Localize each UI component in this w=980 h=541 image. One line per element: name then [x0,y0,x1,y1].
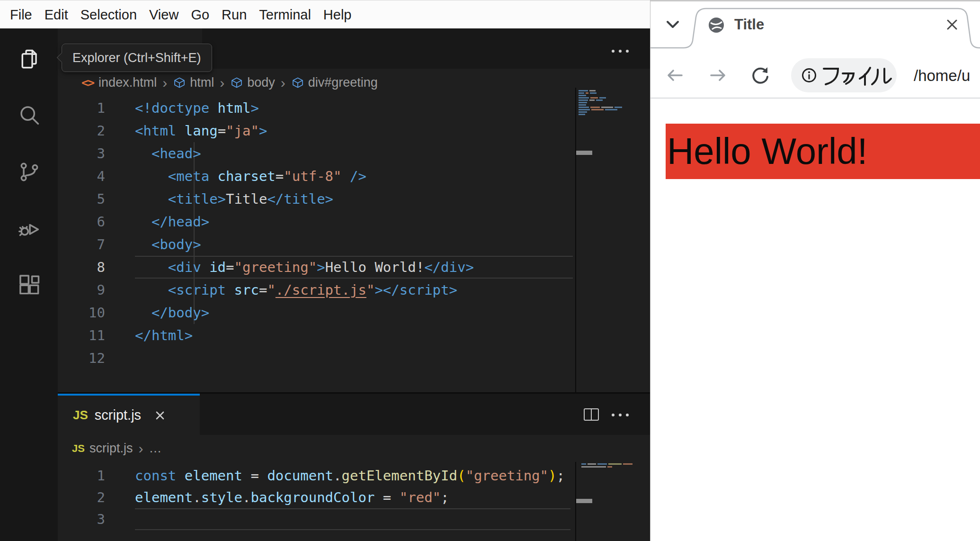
minimap-line [579,102,587,103]
scrollbar-thumb[interactable] [576,151,592,155]
code-token: . [242,489,250,505]
code-text: element.style.backgroundColor = "red"; [135,487,449,508]
extensions-icon[interactable] [17,272,42,297]
editor-actions-more-icon[interactable] [612,414,629,416]
editor-script-js[interactable]: 1const element = document.getElementById… [58,28,575,541]
globe-favicon [707,16,725,34]
code-token: backgroundColor [250,489,374,505]
browser-window: Title ファイル [650,0,980,541]
file-chip-label: ファイル [791,58,792,59]
line-number: 2 [58,487,105,508]
minimap-line [579,92,597,94]
code-line[interactable]: 1const element = document.getElementById… [58,465,575,487]
activity-bar [0,28,58,541]
scrollbar-thumb[interactable] [576,499,592,503]
minimap-line [581,466,612,468]
menu-run[interactable]: Run [215,0,253,29]
info-icon[interactable] [801,67,817,83]
menu-terminal[interactable]: Terminal [253,0,317,29]
editor-actions-more-icon[interactable] [612,50,629,53]
menu-help[interactable]: Help [317,0,358,29]
minimap-line [579,114,585,115]
source-control-icon[interactable] [17,160,42,184]
minimap-line [579,104,586,106]
minimap-line [579,107,622,108]
tooltip-text: Explorer (Ctrl+Shift+E) [72,51,201,65]
code-token: getElementById [342,468,457,484]
code-token: element [176,468,250,484]
code-token: const [135,468,176,484]
minimap-line [579,95,586,96]
menu-file[interactable]: File [4,0,38,29]
code-line[interactable]: 3 [58,508,575,530]
screen: File Edit Selection View Go Run Terminal… [0,0,980,541]
minimap-line [579,109,617,110]
code-line[interactable]: 2element.style.backgroundColor = "red"; [58,487,575,508]
vscode-menu-bar: File Edit Selection View Go Run Terminal… [0,0,650,28]
code-token: ( [457,468,465,484]
minimap-line [579,97,606,99]
explorer-tooltip: Explorer (Ctrl+Shift+E) [62,44,212,72]
browser-viewport: Hello World! [650,99,980,541]
scrollbar-track [575,88,576,392]
split-editor-icon[interactable] [583,407,600,422]
line-number: 1 [58,465,105,487]
minimap-line [579,99,603,101]
code-token: ) [548,468,556,484]
code-token: "greeting" [465,468,548,484]
current-line-highlight [135,508,570,530]
code-token: ; [441,489,449,505]
address-url[interactable]: /home/u [914,67,970,85]
code-token: = [374,489,399,505]
greeting-text: Hello World! [667,130,867,173]
reload-icon[interactable] [749,65,770,86]
code-token: ; [557,468,565,484]
search-icon[interactable] [17,103,42,128]
minimap-line [579,111,587,113]
code-text: const element = document.getElementById(… [135,465,565,487]
forward-icon[interactable] [707,65,728,86]
explorer-icon[interactable] [17,47,42,72]
menu-view[interactable]: View [143,0,185,29]
code-token: = [250,468,267,484]
vscode-window: Explorer (Ctrl+Shift+E) <> index.html › … [0,28,650,541]
code-token: . [193,489,201,505]
run-and-debug-icon[interactable] [17,216,42,241]
close-tab-icon[interactable] [947,19,957,30]
tab-search-chevron-icon[interactable] [666,20,679,29]
menu-go[interactable]: Go [185,0,215,29]
greeting-div: Hello World! [666,124,980,179]
code-token: . [333,468,341,484]
browser-tab-title[interactable]: Title [734,16,764,33]
minimap-line [581,463,633,465]
code-token: document [267,468,333,484]
minimap-line [579,90,596,91]
code-token: "red" [400,489,441,505]
line-number: 3 [58,508,105,530]
menu-edit[interactable]: Edit [38,0,74,29]
back-icon[interactable] [665,65,686,86]
file-chip-katakana-drawing [822,63,893,88]
code-token: style [201,489,242,505]
browser-tab-shape [650,0,980,49]
menu-selection[interactable]: Selection [74,0,143,29]
code-token: element [135,489,193,505]
